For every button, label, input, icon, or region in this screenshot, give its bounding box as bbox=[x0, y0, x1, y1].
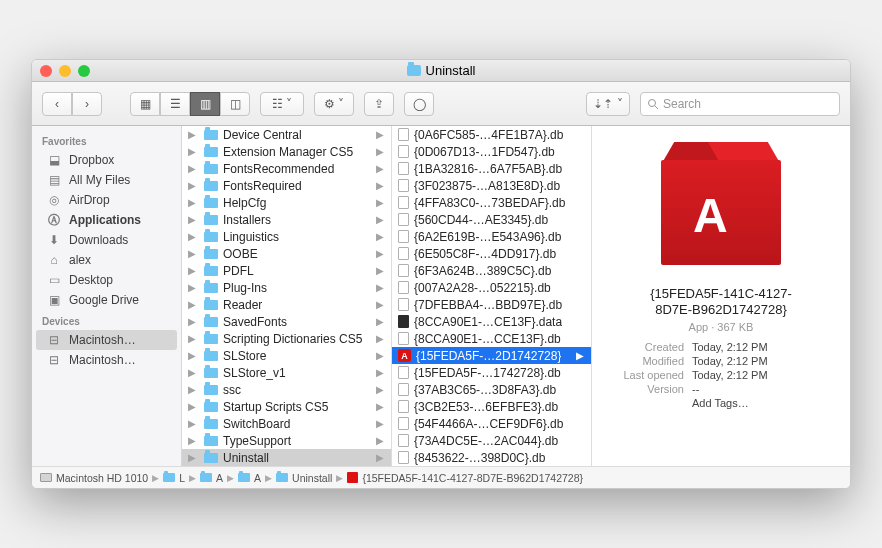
folder-icon bbox=[204, 198, 218, 208]
file-row[interactable]: {54F4466A-…CEF9DF6}.db bbox=[392, 415, 591, 432]
folder-row[interactable]: ▶PDFL▶ bbox=[182, 262, 391, 279]
file-row[interactable]: {3CB2E53-…6EFBFE3}.db bbox=[392, 398, 591, 415]
expand-icon: ▶ bbox=[188, 452, 196, 463]
folder-row[interactable]: ▶FontsRequired▶ bbox=[182, 177, 391, 194]
sidebar-item-allmyfiles[interactable]: ▤All My Files bbox=[32, 170, 181, 190]
column-1[interactable]: ▶Device Central▶▶Extension Manager CS5▶▶… bbox=[182, 126, 392, 466]
file-row[interactable]: {6F3A624B…389C5C}.db bbox=[392, 262, 591, 279]
path-segment[interactable]: A bbox=[254, 472, 261, 484]
chevron-right-icon: ▶ bbox=[376, 214, 387, 225]
path-bar[interactable]: Macintosh HD 1010▶L▶A▶A▶Uninstall▶{15FED… bbox=[32, 466, 850, 488]
file-name: {0D067D13-…1FD547}.db bbox=[414, 145, 555, 159]
data-icon bbox=[398, 315, 409, 328]
sidebar-item-label: alex bbox=[69, 253, 91, 267]
folder-row[interactable]: ▶OOBE▶ bbox=[182, 245, 391, 262]
file-row[interactable]: {4FFA83C0-…73BEDAF}.db bbox=[392, 194, 591, 211]
sidebar-device-1[interactable]: ⊟Macintosh… bbox=[32, 350, 181, 370]
forward-button[interactable]: › bbox=[72, 92, 102, 116]
search-icon bbox=[647, 98, 659, 110]
folder-row[interactable]: ▶TypeSupport▶ bbox=[182, 432, 391, 449]
file-row[interactable]: {6A2E619B-…E543A96}.db bbox=[392, 228, 591, 245]
path-segment[interactable]: {15FEDA5F-141C-4127-8D7E-B962D1742728} bbox=[362, 472, 583, 484]
expand-icon: ▶ bbox=[188, 384, 196, 395]
expand-icon: ▶ bbox=[188, 214, 196, 225]
folder-row[interactable]: ▶Scripting Dictionaries CS5▶ bbox=[182, 330, 391, 347]
minimize-button[interactable] bbox=[59, 65, 71, 77]
search-input[interactable]: Search bbox=[640, 92, 840, 116]
file-row[interactable]: {560CD44-…AE3345}.db bbox=[392, 211, 591, 228]
file-row[interactable]: A{15FEDA5F-…2D1742728}▶ bbox=[392, 347, 591, 364]
file-icon bbox=[398, 162, 409, 175]
folder-row[interactable]: ▶Reader▶ bbox=[182, 296, 391, 313]
file-row[interactable]: {37AB3C65-…3D8FA3}.db bbox=[392, 381, 591, 398]
sidebar-item-desktop[interactable]: ▭Desktop bbox=[32, 270, 181, 290]
sidebar-item-airdrop[interactable]: ◎AirDrop bbox=[32, 190, 181, 210]
sidebar-item-downloads[interactable]: ⬇Downloads bbox=[32, 230, 181, 250]
folder-row[interactable]: ▶SwitchBoard▶ bbox=[182, 415, 391, 432]
file-row[interactable]: {15FEDA5F-…1742728}.db bbox=[392, 364, 591, 381]
folder-row[interactable]: ▶Plug-Ins▶ bbox=[182, 279, 391, 296]
folder-row[interactable]: ▶Uninstall▶ bbox=[182, 449, 391, 466]
file-row[interactable]: {8CCA90E1-…CCE13F}.db bbox=[392, 330, 591, 347]
folder-row[interactable]: ▶SavedFonts▶ bbox=[182, 313, 391, 330]
path-segment[interactable]: Macintosh HD 1010 bbox=[56, 472, 148, 484]
file-row[interactable]: {007A2A28-…052215}.db bbox=[392, 279, 591, 296]
path-separator-icon: ▶ bbox=[189, 473, 196, 483]
folder-row[interactable]: ▶Device Central▶ bbox=[182, 126, 391, 143]
folder-row[interactable]: ▶FontsRecommended▶ bbox=[182, 160, 391, 177]
folder-row[interactable]: ▶HelpCfg▶ bbox=[182, 194, 391, 211]
file-name: {3CB2E53-…6EFBFE3}.db bbox=[414, 400, 558, 414]
add-tags-link[interactable]: Add Tags… bbox=[692, 397, 836, 409]
toolbar: ‹ › ▦ ☰ ▥ ◫ ☷ ˅ ⚙ ˅ ⇪ ◯ ⇣⇡ ˅ Search bbox=[32, 82, 850, 126]
folder-row[interactable]: ▶Extension Manager CS5▶ bbox=[182, 143, 391, 160]
arrange-button[interactable]: ☷ ˅ bbox=[260, 92, 304, 116]
folder-row[interactable]: ▶ssc▶ bbox=[182, 381, 391, 398]
column-2[interactable]: {0A6FC585-…4FE1B7A}.db{0D067D13-…1FD547}… bbox=[392, 126, 592, 466]
titlebar[interactable]: Uninstall bbox=[32, 60, 850, 82]
path-segment[interactable]: Uninstall bbox=[292, 472, 332, 484]
file-row[interactable]: {8CCA90E1-…CE13F}.data bbox=[392, 313, 591, 330]
view-list-button[interactable]: ☰ bbox=[160, 92, 190, 116]
expand-icon: ▶ bbox=[188, 163, 196, 174]
close-button[interactable] bbox=[40, 65, 52, 77]
expand-icon: ▶ bbox=[188, 129, 196, 140]
view-icon-button[interactable]: ▦ bbox=[130, 92, 160, 116]
file-row[interactable]: {7DFEBBA4-…BBD97E}.db bbox=[392, 296, 591, 313]
view-column-button[interactable]: ▥ bbox=[190, 92, 220, 116]
share-button[interactable]: ⇪ bbox=[364, 92, 394, 116]
file-row[interactable]: {3F023875-…A813E8D}.db bbox=[392, 177, 591, 194]
file-row[interactable]: {0D067D13-…1FD547}.db bbox=[392, 143, 591, 160]
file-row[interactable]: {1BA32816-…6A7F5AB}.db bbox=[392, 160, 591, 177]
dropbox-button[interactable]: ⇣⇡ ˅ bbox=[586, 92, 630, 116]
sidebar-item-label: Google Drive bbox=[69, 293, 139, 307]
sidebar-item-googledrive[interactable]: ▣Google Drive bbox=[32, 290, 181, 310]
view-coverflow-button[interactable]: ◫ bbox=[220, 92, 250, 116]
sidebar-item-dropbox[interactable]: ⬓Dropbox bbox=[32, 150, 181, 170]
expand-icon: ▶ bbox=[188, 367, 196, 378]
folder-icon bbox=[276, 473, 288, 482]
action-button[interactable]: ⚙ ˅ bbox=[314, 92, 354, 116]
folder-name: SLStore bbox=[223, 349, 266, 363]
file-row[interactable]: {0A6FC585-…4FE1B7A}.db bbox=[392, 126, 591, 143]
folder-row[interactable]: ▶Installers▶ bbox=[182, 211, 391, 228]
path-segment[interactable]: A bbox=[216, 472, 223, 484]
file-row[interactable]: {8453622-…398D0C}.db bbox=[392, 449, 591, 466]
folder-row[interactable]: ▶SLStore▶ bbox=[182, 347, 391, 364]
tags-button[interactable]: ◯ bbox=[404, 92, 434, 116]
folder-row[interactable]: ▶SLStore_v1▶ bbox=[182, 364, 391, 381]
folder-icon bbox=[204, 317, 218, 327]
sidebar-item-applications[interactable]: ⒶApplications bbox=[32, 210, 181, 230]
sidebar-item-alex[interactable]: ⌂alex bbox=[32, 250, 181, 270]
folder-row[interactable]: ▶Startup Scripts CS5▶ bbox=[182, 398, 391, 415]
file-row[interactable]: {73A4DC5E-…2AC044}.db bbox=[392, 432, 591, 449]
back-button[interactable]: ‹ bbox=[42, 92, 72, 116]
zoom-button[interactable] bbox=[78, 65, 90, 77]
path-separator-icon: ▶ bbox=[152, 473, 159, 483]
file-row[interactable]: {6E505C8F-…4DD917}.db bbox=[392, 245, 591, 262]
folder-row[interactable]: ▶Linguistics▶ bbox=[182, 228, 391, 245]
file-icon bbox=[398, 247, 409, 260]
sidebar-item-label: Macintosh… bbox=[69, 333, 136, 347]
sidebar-device-0[interactable]: ⊟Macintosh… bbox=[36, 330, 177, 350]
file-icon bbox=[398, 230, 409, 243]
path-segment[interactable]: L bbox=[179, 472, 185, 484]
